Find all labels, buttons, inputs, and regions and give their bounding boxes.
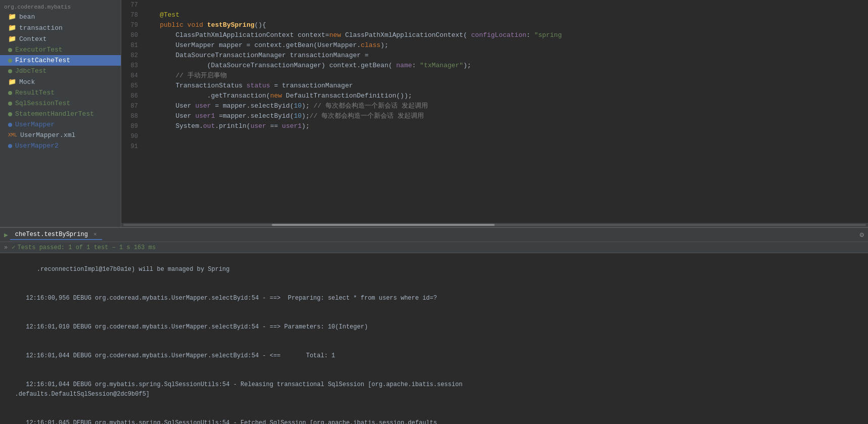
console-line-text: 12:16:01,045 DEBUG org.mybatis.spring.Sq… [4, 419, 437, 424]
sidebar-item-jdbctest[interactable]: JdbcTest [0, 66, 121, 76]
table-row: 89 System.out.println(user == user1); [121, 121, 868, 131]
table-row: 82 DataSourceTransactionManager transact… [121, 51, 868, 61]
folder-icon: 📁 [8, 24, 16, 32]
class-dot-green [8, 102, 12, 106]
table-row: 79 public void testBySpring(){ [121, 20, 868, 30]
table-row: 80 ClassPathXmlApplicationContext contex… [121, 30, 868, 40]
toolbar-expand-icon[interactable]: » [4, 244, 8, 251]
sidebar-item-resulttest[interactable]: ResultTest [0, 87, 121, 98]
table-row: 85 TransactionStatus status = transactio… [121, 81, 868, 91]
run-icon: ▶ [4, 231, 8, 239]
test-result-text: Tests passed: 1 of 1 test – 1 s 163 ms [17, 244, 156, 251]
sidebar-item-mock[interactable]: 📁 Mock [0, 76, 121, 87]
class-dot-green [8, 59, 12, 63]
sidebar-item-usermapper[interactable]: UserMapper [0, 119, 121, 130]
sidebar-item-label: FirstCacheTest [15, 57, 70, 64]
sidebar-item-label: StatementHandlerTest [15, 110, 94, 118]
sidebar-item-executortest[interactable]: ExecutorTest [0, 44, 121, 55]
table-row: 81 UserMapper mapper = context.getBean(U… [121, 40, 868, 51]
list-item: 12:16:01,044 DEBUG org.mybatis.spring.Sq… [4, 370, 864, 409]
table-row: 77 [121, 0, 868, 10]
sidebar-item-transaction[interactable]: 📁 transaction [0, 22, 121, 33]
console-output[interactable]: .reconnectionImpl@1e7b0a1e) will be mana… [0, 253, 868, 424]
table-row: 87 User user = mapper.selectByid(10); //… [121, 101, 868, 111]
sidebar-item-label: SqlSessionTest [15, 100, 70, 107]
settings-gear-icon[interactable]: ⚙ [860, 230, 864, 239]
sidebar-item-firstcachetest[interactable]: FirstCacheTest [0, 55, 121, 66]
sidebar-item-usermapper-xml[interactable]: XML UserMapper.xml [0, 130, 121, 140]
table-row: 91 [121, 142, 868, 152]
console-line-text: 12:16:01,044 DEBUG org.mybatis.spring.Sq… [4, 381, 462, 398]
list-item: 12:16:01,045 DEBUG org.mybatis.spring.Sq… [4, 409, 864, 424]
close-tab-button[interactable]: × [93, 231, 97, 238]
sidebar-item-label: Mock [19, 78, 35, 86]
sidebar-item-statementhandlertest[interactable]: StatementHandlerTest [0, 109, 121, 119]
class-dot-green [8, 48, 12, 52]
sidebar-item-label: UserMapper2 [15, 142, 59, 150]
console-line-text: .reconnectionImpl@1e7b0a1e) will be mana… [26, 266, 229, 273]
sidebar-item-label: bean [19, 13, 35, 21]
console-line-text: 12:16:01,044 DEBUG org.coderead.mybatis.… [26, 352, 335, 359]
tab-label: cheTest.testBySpring [15, 231, 88, 238]
sidebar-item-context[interactable]: 📁 Context [0, 33, 121, 44]
list-item: 12:16:00,956 DEBUG org.coderead.mybatis.… [4, 284, 864, 313]
code-lines-container[interactable]: 77 78 @Test 79 public void testBySpring(… [121, 0, 868, 223]
sidebar-item-label: JdbcTest [15, 67, 46, 75]
scrollbar-track [123, 224, 866, 226]
sidebar-item-label: UserMapper [15, 121, 55, 128]
bottom-panel: ▶ cheTest.testBySpring × ⚙ » ✓ Tests pas… [0, 227, 868, 424]
sidebar-item-label: UserMapper.xml [20, 131, 75, 139]
scrollbar-thumb[interactable] [272, 224, 495, 226]
list-item: .reconnectionImpl@1e7b0a1e) will be mana… [4, 255, 864, 284]
folder-icon: 📁 [8, 78, 16, 86]
sidebar-item-bean[interactable]: 📁 bean [0, 11, 121, 22]
class-dot-blue [8, 144, 12, 148]
sidebar-item-usermapper2[interactable]: UserMapper2 [0, 140, 121, 151]
table-row: 83 (DataSourceTransactionManager) contex… [121, 61, 868, 71]
sidebar-item-label: Context [19, 35, 47, 43]
folder-icon: 📁 [8, 35, 16, 43]
bottom-toolbar: » ✓ Tests passed: 1 of 1 test – 1 s 163 … [0, 242, 868, 253]
table-row: 88 User user1 =mapper.selectByid(10);// … [121, 111, 868, 121]
sidebar-item-label: ExecutorTest [15, 46, 63, 54]
table-row: 78 @Test [121, 10, 868, 20]
sidebar: org.coderead.mybatis 📁 bean 📁 transactio… [0, 0, 121, 227]
sidebar-item-sqlsessiontest[interactable]: SqlSessionTest [0, 98, 121, 109]
console-line-text: 12:16:00,956 DEBUG org.coderead.mybatis.… [26, 295, 437, 302]
class-dot-green [8, 69, 12, 73]
horizontal-scrollbar[interactable] [121, 223, 868, 227]
list-item: 12:16:01,010 DEBUG org.coderead.mybatis.… [4, 313, 864, 342]
class-dot-green [8, 112, 12, 116]
sidebar-package-header: org.coderead.mybatis [0, 2, 121, 11]
sidebar-item-label: ResultTest [15, 89, 55, 97]
bottom-tab-active[interactable]: cheTest.testBySpring × [10, 230, 102, 240]
folder-icon: 📁 [8, 13, 16, 21]
console-line-text: 12:16:01,010 DEBUG org.coderead.mybatis.… [26, 323, 368, 331]
table-row: 84 // 手动开启事物 [121, 71, 868, 81]
sidebar-item-label: transaction [19, 24, 63, 32]
test-result-status: ✓ Tests passed: 1 of 1 test – 1 s 163 ms [12, 244, 156, 251]
table-row: 86 .getTransaction(new DefaultTransactio… [121, 91, 868, 101]
code-editor: 77 78 @Test 79 public void testBySpring(… [121, 0, 868, 227]
list-item: 12:16:01,044 DEBUG org.coderead.mybatis.… [4, 342, 864, 370]
bottom-tab-bar: ▶ cheTest.testBySpring × ⚙ [0, 228, 868, 242]
class-dot-green [8, 91, 12, 95]
xml-icon: XML [8, 132, 17, 138]
class-dot-blue [8, 123, 12, 127]
check-icon: ✓ [12, 244, 15, 251]
table-row: 90 [121, 131, 868, 142]
